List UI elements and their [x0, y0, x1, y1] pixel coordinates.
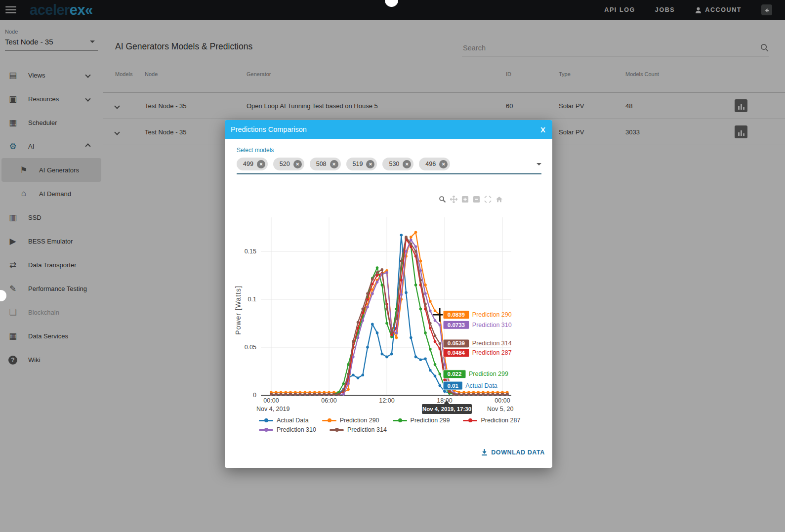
data-point [313, 393, 316, 396]
legend-item-actual-data[interactable]: Actual Data [259, 417, 309, 424]
data-point [487, 393, 490, 396]
data-point [385, 322, 388, 325]
zoom-in-icon[interactable] [460, 195, 470, 204]
data-point [347, 382, 350, 385]
remove-chip-icon[interactable]: × [403, 160, 411, 168]
legend-item-prediction-299[interactable]: Prediction 299 [393, 417, 450, 424]
data-point [424, 303, 427, 306]
zoom-out-icon[interactable] [472, 195, 481, 204]
data-point [482, 393, 485, 396]
legend-label: Prediction 299 [411, 417, 450, 424]
legend-marker [259, 420, 273, 421]
remove-chip-icon[interactable]: × [330, 160, 338, 168]
data-point [419, 308, 422, 311]
legend-label: Actual Data [277, 417, 309, 424]
model-chip-label: 496 [425, 161, 436, 167]
data-point [419, 260, 422, 263]
close-icon[interactable]: X [540, 125, 545, 134]
y-tick-label: 0 [253, 392, 256, 399]
remove-chip-icon[interactable]: × [439, 160, 448, 168]
reset-axes-icon[interactable] [495, 195, 504, 204]
x-tick-sublabel: Nov 5, 20 [487, 406, 514, 412]
data-point [424, 358, 427, 361]
predictions-chart[interactable]: 00.050.10.15Power [Watts]00:00Nov 4, 201… [232, 211, 548, 449]
data-point [429, 322, 432, 325]
data-point [332, 393, 335, 396]
y-tick-label: 0.1 [248, 296, 256, 303]
data-point [434, 310, 437, 313]
hover-series-label: Prediction 314 [472, 340, 512, 347]
chart-legend: Actual DataPrediction 290Prediction 299P… [259, 417, 536, 436]
legend-item-prediction-314[interactable]: Prediction 314 [330, 426, 387, 433]
data-point [400, 234, 403, 237]
data-point [414, 231, 417, 234]
data-point [285, 393, 288, 396]
hover-series-label: Prediction 310 [472, 322, 512, 328]
data-point [342, 382, 345, 385]
download-label: DOWNLAD DATA [491, 449, 545, 456]
model-chip-499: 499× [237, 158, 268, 170]
data-point [477, 393, 480, 396]
data-point [347, 373, 350, 376]
select-models-label: Select models [237, 147, 274, 154]
data-point [429, 348, 432, 351]
data-point [395, 317, 398, 320]
data-point [357, 321, 360, 324]
models-multiselect[interactable]: 499×520×508×519×530×496× [237, 156, 541, 172]
legend-item-prediction-310[interactable]: Prediction 310 [259, 426, 316, 433]
legend-label: Prediction 290 [340, 417, 379, 424]
pan-tool-icon[interactable] [449, 195, 458, 204]
autoscale-icon[interactable] [483, 195, 493, 204]
model-chip-label: 499 [243, 161, 253, 167]
hover-value: 0.0733 [448, 322, 465, 328]
x-tick-label: 12:00 [379, 397, 394, 404]
model-chip-label: 519 [353, 161, 363, 167]
dropdown-caret-icon[interactable] [537, 163, 541, 165]
data-point [308, 393, 311, 396]
hover-series-label: Prediction 299 [469, 370, 508, 377]
data-point [419, 358, 422, 361]
data-point [467, 393, 470, 396]
data-point [270, 393, 273, 396]
legend-item-prediction-287[interactable]: Prediction 287 [463, 417, 520, 424]
legend-item-prediction-290[interactable]: Prediction 290 [322, 417, 379, 424]
data-point [395, 331, 398, 334]
data-point [453, 393, 456, 396]
data-point [414, 284, 417, 286]
data-point [400, 293, 403, 296]
data-point [381, 284, 384, 286]
hover-series-label: Prediction 287 [472, 349, 512, 356]
data-point [414, 356, 417, 359]
y-tick-label: 0.05 [245, 344, 256, 351]
download-data-button[interactable]: DOWNLAD DATA [481, 449, 545, 456]
legend-row: Actual DataPrediction 290Prediction 299P… [259, 417, 536, 424]
data-point [376, 271, 379, 274]
data-point [347, 388, 350, 391]
remove-chip-icon[interactable]: × [366, 160, 374, 168]
data-point [390, 353, 393, 356]
remove-chip-icon[interactable]: × [293, 160, 302, 168]
x-tick-label: 18:00 [437, 397, 452, 404]
data-point [366, 346, 369, 349]
legend-label: Prediction 314 [347, 426, 387, 433]
data-point [434, 340, 437, 343]
data-point [385, 271, 388, 274]
zoom-tool-icon[interactable] [438, 195, 447, 204]
y-tick-label: 0.15 [245, 248, 256, 255]
data-point [390, 333, 393, 336]
data-point [472, 393, 475, 396]
hover-value: 0.0839 [448, 312, 465, 318]
data-point [352, 340, 355, 343]
data-point [289, 393, 292, 396]
data-point [395, 336, 398, 339]
data-point [439, 324, 442, 327]
y-axis-title: Power [Watts] [234, 286, 242, 335]
download-icon [481, 449, 488, 456]
data-point [501, 393, 504, 396]
remove-chip-icon[interactable]: × [257, 160, 265, 168]
modal-header: Predictions Comparison X [225, 120, 552, 139]
modal-title: Predictions Comparison [231, 125, 307, 133]
data-point [462, 393, 465, 396]
hover-series-label: Actual Data [465, 382, 497, 389]
data-point [323, 393, 326, 396]
